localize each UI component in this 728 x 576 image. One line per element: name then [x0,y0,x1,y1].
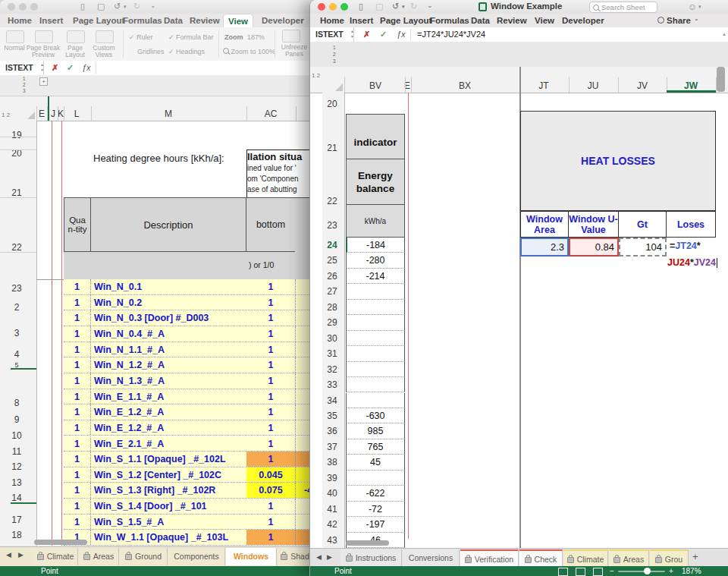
description-cell[interactable]: Win_S_1.1 [Opaque] _#_102L [91,452,249,467]
bv-cell-row-38[interactable]: 45 [346,455,405,470]
zoom-percentage[interactable]: 187% [682,566,701,576]
normal-view-button[interactable]: Normal [0,45,29,52]
unfreeze-panes-icon[interactable] [282,30,300,42]
sheet-tab-areas[interactable]: Areas [79,548,119,565]
close-button[interactable] [8,3,15,11]
bv-cell-row-40[interactable]: -622 [346,486,405,501]
window-u-value-cell[interactable]: 0.84 [569,238,619,257]
in-cell-formula-line1[interactable]: =JT24* [670,241,701,251]
tab-data[interactable]: Data [164,14,183,27]
description-cell[interactable]: Win_S_1.4 [Door] _#_101 [91,499,249,514]
zoom-to-100-button[interactable]: Zoom to 100% [223,48,275,55]
quantity-cell[interactable]: 1 [64,483,91,498]
table-row[interactable]: 1Win_W_1.1 [Opaque] _#_103L1 [64,530,312,546]
tab-home[interactable]: Home [320,14,344,27]
bottom-value-cell[interactable]: 1 [246,389,296,404]
row-header-22[interactable]: 22 [322,196,342,206]
row-header-10[interactable]: 10 [0,430,33,441]
cancel-entry-icon[interactable]: ✗ [363,27,370,42]
description-cell[interactable]: Win_W_1.1 [Opaque] _#_103L [91,530,249,545]
row-header-11[interactable]: 11 [0,446,33,457]
quantity-cell[interactable]: 1 [64,389,91,404]
window-area-header[interactable]: Window Area [520,211,569,238]
share-button[interactable]: Share [667,14,691,27]
description-cell[interactable]: Win_N_0.4_#_A [91,326,249,342]
save-icon[interactable]: ▢ [97,2,105,11]
formula-bar-expand-icon[interactable]: ▲ [722,32,726,36]
column-header-BV[interactable]: BV [369,80,381,91]
in-cell-formula-line2[interactable]: JU24*JV24 [619,257,717,268]
tab-review[interactable]: Review [497,14,527,27]
row-outline-level-buttons[interactable]: 123 [23,76,26,94]
quantity-cell[interactable]: 1 [64,326,91,342]
tab-review[interactable]: Review [190,14,220,27]
row-header-38[interactable]: 38 [322,457,342,467]
page-layout-view-icon[interactable] [67,30,85,43]
table-row[interactable]: 1Win_N_0.3 [Door] #_D0031 [64,310,312,326]
column-header-JU[interactable]: JU [588,80,599,91]
page-break-preview-button[interactable]: Page Break Preview [26,45,61,58]
description-cell[interactable]: Win_E_1.2_#_A [91,404,249,420]
row-header-25[interactable]: 25 [322,255,342,266]
row-header-28[interactable]: 28 [322,302,342,313]
description-cell[interactable]: Win_E_1.2_#_A [91,420,249,436]
row-header-20[interactable]: 20 [322,99,342,109]
row-header-14[interactable]: 14 [0,493,33,503]
undo-dropdown-icon[interactable]: ▾ [124,4,127,10]
gridlines-checkbox[interactable]: Gridlines [129,48,165,55]
column-header-E[interactable]: E [39,109,45,119]
row-header-22[interactable]: 22 [0,242,33,253]
sidebar-icon[interactable]: ▯ [359,2,363,11]
sheet-tab-shad[interactable]: Shad [278,548,312,565]
custom-views-icon[interactable] [96,30,114,43]
bottom-value-cell[interactable]: 1 [246,357,296,373]
column-header-M[interactable]: M [165,109,172,119]
bottom-value-cell[interactable]: 1 [246,530,296,545]
quantity-cell[interactable]: 1 [64,357,91,373]
tab-insert[interactable]: Insert [39,14,63,27]
formula-text[interactable]: =JT24*JU24*JV24 [417,27,485,42]
column-header-J[interactable]: J [51,109,55,119]
indicator-cell[interactable]: indicator [346,114,405,159]
tab-page-layout[interactable]: Page Layout [380,14,431,27]
description-cell[interactable]: Win_N_1.3_#_A [91,373,249,389]
column-header-JW[interactable]: JW [684,80,698,91]
zoom-slider-knob[interactable] [644,568,651,574]
undo-icon[interactable]: ↺ [114,2,121,11]
bv-cell-row-27[interactable] [346,284,405,299]
bottom-value-cell[interactable]: 1 [246,452,296,467]
tab-formulas[interactable]: Formulas [430,14,469,27]
sheet-tab-ground[interactable]: Ground [120,548,168,565]
sheet-tab-climate[interactable]: Climate [33,548,78,565]
right-titlebar[interactable]: ▯ ▢ ↺ ▾ ↻ ⌄ Window Example Search Sheet … [310,0,728,14]
outline-expand-button[interactable]: + [39,77,48,86]
quantity-cell[interactable]: 1 [64,404,91,420]
sheet-tab-components[interactable]: Components [168,548,225,565]
row-header-12[interactable]: 12 [0,461,33,472]
row-header-23[interactable]: 23 [0,283,33,294]
bottom-value-cell[interactable]: 1 [246,420,296,436]
share-dropdown-icon[interactable]: ⌄ [694,15,699,22]
bv-cell-row-29[interactable] [346,315,405,330]
insert-function-icon[interactable]: ƒx [397,27,406,42]
description-cell[interactable]: Win_N_0.2 [91,295,249,310]
column-header-JV[interactable]: JV [637,80,648,91]
bottom-value-cell[interactable]: 1 [246,436,296,452]
bottom-value-cell[interactable]: 1 [246,326,296,342]
left-sheet-grid[interactable]: EJKLMAC 1 2 1920212223234589101112131417… [0,96,312,546]
col-outline-level-buttons[interactable]: 1 2 [312,72,320,79]
heat-losses-title-cell[interactable]: HEAT LOSSES [520,111,716,211]
row-header-27[interactable]: 27 [322,286,342,297]
column-header-BX[interactable]: BX [459,80,471,91]
bv-cell-row-41[interactable]: -72 [346,502,405,517]
bv-cell-row-26[interactable]: -214 [346,269,405,284]
next-sheet-icon[interactable]: ▶ [18,551,24,559]
add-sheet-button[interactable]: + [692,551,698,562]
column-header-AC[interactable]: AC [265,109,278,119]
kwh-unit-cell[interactable]: kWh/a [346,205,405,238]
row-header-9[interactable]: 9 [0,414,33,425]
unfreeze-panes-button[interactable]: Unfreeze Panes [278,44,311,58]
bottom-value-cell[interactable]: 1 [246,310,296,326]
bv-cell-row-32[interactable] [346,362,405,377]
gt-header[interactable]: Gt [619,211,667,238]
